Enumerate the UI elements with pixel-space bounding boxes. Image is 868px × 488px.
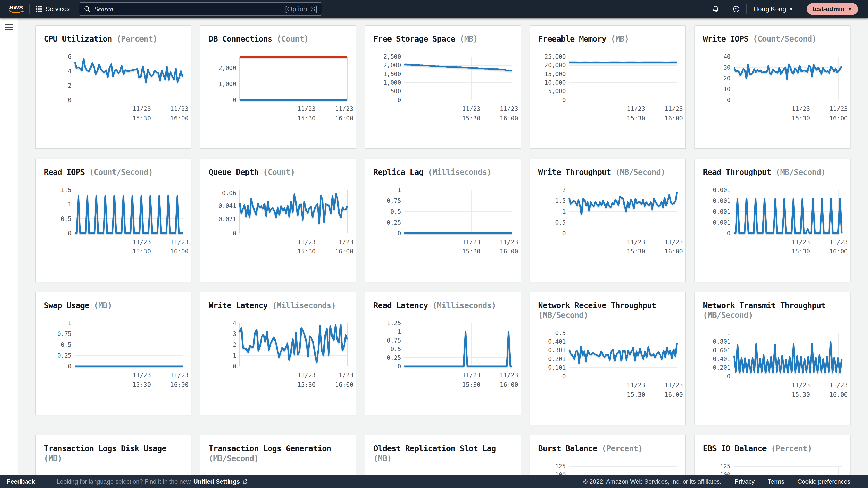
region-selector[interactable]: Hong Kong ▼ [747, 5, 800, 13]
terms-link[interactable]: Terms [768, 478, 784, 485]
account-menu[interactable]: test-admin ▼ [807, 3, 858, 15]
metric-card: Replica Lag (Milliseconds) 10.750.50.250… [365, 159, 521, 282]
chart: 1.510.50 [44, 190, 183, 233]
svg-text:?: ? [735, 7, 737, 11]
y-tick-label: 3 [232, 330, 236, 337]
x-axis-labels: 11/2315:3011/2316:00 [569, 379, 677, 398]
feedback-button[interactable]: Feedback [7, 478, 35, 485]
chart-series-svg [569, 57, 677, 100]
y-tick-label: 0.001 [713, 208, 731, 215]
x-tick-label: 11/2316:00 [500, 237, 518, 256]
gridline [674, 466, 674, 475]
y-tick-label: 0.25 [387, 355, 401, 361]
y-tick-label: 0 [68, 230, 71, 237]
series-line [569, 192, 677, 214]
chart-canvas[interactable] [404, 190, 513, 233]
services-menu[interactable]: Services [30, 0, 75, 18]
chart-canvas[interactable] [74, 190, 183, 233]
x-tick-label: 11/2315:30 [132, 104, 151, 123]
chart: 10.750.50.250 [44, 323, 183, 366]
side-menu-strip [0, 18, 18, 475]
y-tick-label: 0.801 [713, 338, 731, 345]
y-tick-label: 0.5 [61, 341, 71, 348]
chart-series-svg [75, 323, 183, 366]
chart-canvas[interactable] [734, 333, 842, 377]
chart-series-svg [734, 333, 842, 376]
help-icon: ? [733, 5, 740, 13]
chart-canvas[interactable] [239, 323, 348, 366]
chart-canvas[interactable] [569, 333, 677, 377]
metric-card: Write Throughput (MB/Second) 21.510.50 1… [530, 159, 686, 282]
chart-canvas[interactable] [74, 323, 183, 366]
search-icon [84, 5, 91, 13]
aws-logo[interactable]: aws [9, 4, 24, 14]
chart-canvas[interactable] [734, 466, 842, 475]
metric-unit: (MB/Second) [538, 311, 588, 320]
x-tick-label: 11/2316:00 [170, 237, 188, 256]
metric-name: Swap Usage [44, 301, 89, 310]
y-tick-label: 2,000 [219, 65, 236, 71]
metric-card-title: CPU Utilization (Percent) [44, 34, 183, 44]
x-axis-labels: 11/2315:3011/2316:00 [734, 103, 842, 122]
chart-canvas[interactable] [569, 190, 677, 233]
y-axis-labels: 0.0010.0010.0010.0010 [703, 190, 734, 233]
metric-name: Burst Balance [538, 444, 597, 453]
unified-settings-link[interactable]: Unified Settings [193, 478, 248, 485]
x-axis-labels: 11/2315:3011/2316:00 [239, 103, 348, 122]
help-button[interactable]: ? [726, 0, 746, 18]
search-input[interactable] [94, 5, 285, 13]
x-tick-label: 11/2315:30 [297, 104, 315, 123]
y-tick-label: 2,500 [383, 53, 401, 60]
y-tick-label: 20,000 [545, 62, 566, 69]
metric-name: Network Receive Throughput [538, 301, 656, 310]
privacy-link[interactable]: Privacy [735, 478, 755, 485]
metric-unit: (MB) [611, 34, 629, 43]
chart: 6420 [44, 57, 183, 100]
series-line [75, 196, 183, 233]
y-tick-label: 5,000 [548, 88, 566, 95]
charts-grid: CPU Utilization (Percent) 6420 11/2315:3… [35, 25, 850, 475]
y-tick-label: 1 [68, 201, 71, 208]
search-bar[interactable]: [Option+S] [79, 2, 322, 15]
metric-unit: (Count) [277, 34, 309, 43]
notifications-button[interactable] [706, 0, 726, 18]
chart-series-svg [240, 323, 347, 366]
y-tick-label: 4 [68, 68, 71, 74]
series-line [240, 324, 347, 363]
cookie-preferences-link[interactable]: Cookie preferences [798, 478, 850, 485]
y-tick-label: 0.5 [391, 346, 401, 352]
chart: 1.2510.750.50.250 [373, 323, 513, 366]
y-tick-label: 125 [720, 463, 731, 470]
x-tick-label: 11/2315:30 [627, 381, 645, 399]
chart-canvas[interactable] [569, 57, 677, 100]
hamburger-menu-button[interactable] [5, 24, 13, 30]
metric-name: Replica Lag [373, 168, 423, 177]
chart-canvas[interactable] [569, 466, 677, 475]
chart-canvas[interactable] [74, 57, 183, 100]
chart-canvas[interactable] [734, 57, 842, 100]
metric-unit: (MB/Second) [209, 454, 258, 463]
y-tick-label: 1 [397, 187, 401, 193]
metric-card: Burst Balance (Percent) 125100 11/2315:3… [530, 435, 686, 475]
y-tick-label: 0 [397, 97, 401, 103]
metric-card: Read Throughput (MB/Second) 0.0010.0010.… [694, 159, 850, 282]
aws-logo-text: aws [9, 4, 23, 10]
chart-series-svg [404, 323, 512, 366]
x-axis-labels: 11/2315:3011/2316:00 [404, 236, 513, 255]
y-axis-labels: 2,5002,0001,5001,0005000 [373, 57, 404, 100]
y-axis-labels: 125100 [703, 466, 734, 475]
y-tick-label: 15,000 [545, 71, 566, 77]
chart-canvas[interactable] [404, 323, 513, 366]
unified-settings-label: Unified Settings [193, 478, 240, 485]
y-tick-label: 1 [397, 328, 401, 335]
chart-canvas[interactable] [239, 190, 348, 233]
metric-card: CPU Utilization (Percent) 6420 11/2315:3… [35, 25, 191, 149]
metric-unit: (Milliseconds) [432, 301, 496, 310]
y-tick-label: 500 [391, 88, 401, 95]
chart-canvas[interactable] [404, 57, 513, 100]
chart-canvas[interactable] [239, 57, 348, 100]
y-tick-label: 0.25 [57, 352, 71, 359]
chart-canvas[interactable] [734, 190, 842, 233]
y-tick-label: 0.75 [387, 197, 401, 204]
y-tick-label: 30 [723, 64, 731, 71]
